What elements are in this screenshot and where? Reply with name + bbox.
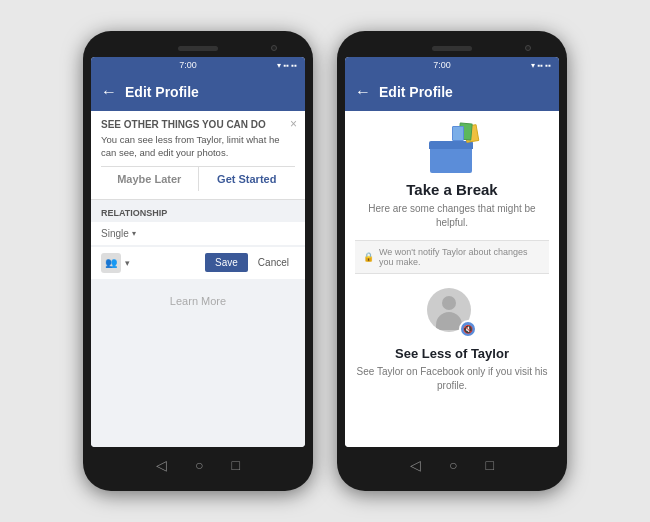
app-header-2: ← Edit Profile [345,73,559,111]
relationship-value[interactable]: Single ▾ [101,228,295,239]
screen-1: 7:00 ▾ ▪▪ ▪▪ ← Edit Profile See Other Th… [91,57,305,447]
suggestion-buttons: Maybe Later Get Started [101,166,295,191]
status-icons-2: ▾ ▪▪ ▪▪ [531,61,551,70]
learn-more-row: Learn More [91,279,305,321]
suggestion-body: You can see less from Taylor, limit what… [101,133,295,160]
back-button-1[interactable]: ← [101,83,117,101]
take-break-subtitle: Here are some changes that might be help… [355,202,549,230]
app-header-1: ← Edit Profile [91,73,305,111]
phone-bottom-2: ◁ ○ □ [345,447,559,483]
lock-icon: 🔒 [363,252,374,262]
phone-1: 7:00 ▾ ▪▪ ▪▪ ← Edit Profile See Other Th… [83,31,313,491]
edit-profile-title-1: Edit Profile [125,84,199,100]
nav-back-1[interactable]: ◁ [156,457,167,473]
notify-banner: 🔒 We won't notify Taylor about changes y… [355,240,549,274]
see-less-icon-container: 🔇 [427,288,477,338]
phone-2: 7:00 ▾ ▪▪ ▪▪ ← Edit Profile [337,31,567,491]
phone-top-1 [91,39,305,57]
save-button[interactable]: Save [205,253,248,272]
notify-text: We won't notify Taylor about changes you… [379,247,541,267]
status-bar-2: 7:00 ▾ ▪▪ ▪▪ [345,57,559,73]
edit-profile-title-2: Edit Profile [379,84,453,100]
nav-square-1[interactable]: □ [232,457,240,473]
get-started-button[interactable]: Get Started [199,167,296,191]
see-less-section: 🔇 See Less of Taylor See Taylor on Faceb… [355,288,549,393]
phone-top-2 [345,39,559,57]
see-less-subtitle: See Taylor on Facebook only if you visit… [355,365,549,393]
screen-2: 7:00 ▾ ▪▪ ▪▪ ← Edit Profile [345,57,559,447]
take-break-title: Take a Break [406,181,497,198]
status-bar-1: 7:00 ▾ ▪▪ ▪▪ [91,57,305,73]
mute-icon: 🔇 [463,325,473,334]
nav-home-2[interactable]: ○ [449,457,457,473]
camera-2 [525,45,531,51]
audience-row: 👥 ▾ Save Cancel [91,247,305,279]
nav-home-1[interactable]: ○ [195,457,203,473]
suggestion-title: See Other Things You Can Do [101,119,295,130]
take-break-icon [422,123,482,173]
action-buttons: Save Cancel [205,253,295,272]
cancel-button[interactable]: Cancel [252,253,295,272]
suggestion-box: See Other Things You Can Do × You can se… [91,111,305,200]
status-time-2: 7:00 [433,60,451,70]
status-icons-1: ▾ ▪▪ ▪▪ [277,61,297,70]
relationship-caret: ▾ [132,229,136,238]
nav-square-2[interactable]: □ [486,457,494,473]
learn-more-link[interactable]: Learn More [170,295,226,307]
audience-icon: 👥 [101,253,121,273]
screen-content-1: See Other Things You Can Do × You can se… [91,111,305,447]
close-suggestion-button[interactable]: × [290,117,297,131]
phone-bottom-1: ◁ ○ □ [91,447,305,483]
back-button-2[interactable]: ← [355,83,371,101]
speaker-1 [178,46,218,51]
audience-caret: ▾ [125,258,130,268]
relationship-field: Single ▾ [91,222,305,245]
status-time: 7:00 [179,60,197,70]
see-less-title: See Less of Taylor [395,346,509,361]
camera-1 [271,45,277,51]
maybe-later-button[interactable]: Maybe Later [101,167,199,191]
speaker-2 [432,46,472,51]
phone2-content: Take a Break Here are some changes that … [345,111,559,447]
photo-3 [452,126,464,141]
mute-badge: 🔇 [459,320,477,338]
box-icon [430,145,472,173]
audience-selector[interactable]: 👥 ▾ [101,253,130,273]
avatar-head [442,296,456,310]
nav-back-2[interactable]: ◁ [410,457,421,473]
relationship-section-header: RELATIONSHIP [91,200,305,222]
